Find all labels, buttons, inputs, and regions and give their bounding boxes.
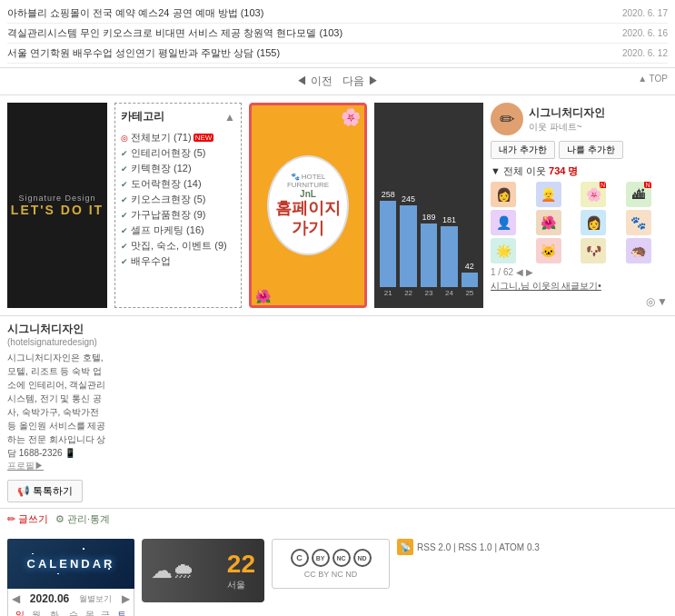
orange-banner[interactable]: 🌸 🐾 HOTEL FURNITURE JnL 홈페이지가기 🌺 bbox=[249, 103, 367, 308]
avatar-badge-3: N bbox=[644, 182, 650, 188]
weather-city: 서울 bbox=[227, 579, 255, 591]
category-item-3[interactable]: 도어락현장 (14) bbox=[121, 176, 235, 192]
widgets-row: CALENDAR ◀ 2020.06 월별보기 ▶ 일 월 화 수 bbox=[0, 533, 675, 616]
avatar-cell-7: 🐾 bbox=[626, 210, 651, 235]
article-date-0: 2020. 6. 17 bbox=[622, 8, 668, 18]
category-label-4: 키오스크현장 (5) bbox=[131, 193, 206, 206]
avatar-img-11: 🦔 bbox=[626, 238, 651, 263]
calendar-body: ◀ 2020.06 월별보기 ▶ 일 월 화 수 목 금 토 bbox=[7, 589, 134, 616]
write-stats-row: ✏ 글쓰기 ⚙ 관리·통계 bbox=[0, 509, 675, 533]
add-me-button[interactable]: 나를 추가한 bbox=[559, 141, 623, 159]
rss-links[interactable]: RSS 2.0 | RSS 1.0 | ATOM 0.3 bbox=[417, 542, 540, 552]
next-button[interactable]: 다음 ▶ bbox=[342, 75, 378, 87]
avatar-img-8: 🌟 bbox=[491, 238, 516, 263]
avatar-img-5: 🌺 bbox=[536, 210, 561, 235]
avatar-img-10: 🐶 bbox=[581, 238, 606, 263]
bar-label-0: 21 bbox=[384, 289, 392, 297]
bar-fill-2 bbox=[421, 224, 437, 287]
banner-hotel: 🐾 HOTEL FURNITURE bbox=[273, 173, 343, 189]
article-link-1[interactable]: 격실관리시스템 무인 키오스크로 비대면 서비스 제공 창원역 현다모델 (10… bbox=[7, 26, 615, 40]
desc-text: 시그니처디자인은 호텔, 모텔, 리조트 등 숙박 업소에 인테리어, 객실관리… bbox=[7, 351, 107, 460]
nav-prev-icon[interactable]: ◀ bbox=[516, 267, 523, 277]
avatar-cell-5: 🌺 bbox=[536, 210, 561, 235]
prev-button[interactable]: ◀ 이전 bbox=[296, 75, 332, 87]
manage-button[interactable]: ⚙ 관리·통계 bbox=[55, 512, 110, 526]
cc-widget: C BY NC ND CC BY NC ND bbox=[272, 539, 390, 589]
cal-view-button[interactable]: 월별보기 bbox=[79, 593, 112, 605]
avatar-cell-11: 🦔 bbox=[626, 238, 651, 263]
main-content: Signature Design LET'S DO IT 카테고리 ▲ 전체보기… bbox=[0, 95, 675, 316]
bars-container: 258 21 245 22 189 23 181 24 bbox=[380, 206, 478, 297]
promo-link[interactable]: 프로필▶ bbox=[7, 460, 107, 472]
profile-sub: 이웃 파네트~ bbox=[529, 121, 605, 134]
avatar-cell-8: 🌟 bbox=[491, 238, 516, 263]
nav-next-icon[interactable]: ▶ bbox=[526, 267, 533, 277]
follow-row: 내가 추가한 나를 추가한 bbox=[491, 141, 668, 159]
bar-fill-0 bbox=[380, 201, 396, 287]
avatar-img-4: 👤 bbox=[491, 210, 516, 235]
top-button[interactable]: ▲ TOP bbox=[638, 74, 668, 84]
cal-nav: ◀ 2020.06 월별보기 ▶ bbox=[12, 592, 130, 605]
neighbor-label: ▼ 전체 이웃 734 명 bbox=[491, 164, 668, 178]
avatar-cell-6: 👩 bbox=[581, 210, 606, 235]
desc-section: 시그니처디자인 (hotelsignaturedesign) 시그니처디자인은 … bbox=[0, 316, 675, 509]
neighbor-count: 734 명 bbox=[549, 165, 578, 176]
category-item-1[interactable]: 인테리어현장 (5) bbox=[121, 145, 235, 161]
cal-next-button[interactable]: ▶ bbox=[122, 592, 130, 605]
category-item-7[interactable]: 맛집, 숙소, 이벤트 (9) bbox=[121, 238, 235, 253]
bar-item-1: 245 22 bbox=[400, 194, 416, 297]
cal-day-fri: 금 bbox=[97, 608, 114, 616]
cc-icons: C BY NC ND bbox=[291, 549, 372, 567]
add-neighbor-button[interactable]: 내가 추가한 bbox=[491, 141, 555, 159]
bar-label-1: 22 bbox=[404, 289, 412, 297]
tteok-button[interactable]: 📢 톡톡하기 bbox=[7, 480, 83, 502]
article-link-0[interactable]: 아하블리 쇼핑몰이 전국 예약 예스24 공연 예매 방법 (103) bbox=[7, 6, 615, 20]
avatar-cell-3: 🏙 N bbox=[626, 182, 651, 207]
cal-day-mon: 월 bbox=[28, 608, 45, 616]
profile-info: 시그니처디자인 이웃 파네트~ bbox=[529, 105, 605, 134]
articles-section: 아하블리 쇼핑몰이 전국 예약 예스24 공연 예매 방법 (103) 2020… bbox=[0, 0, 675, 68]
bar-item-3: 181 24 bbox=[441, 215, 457, 297]
cc-icon-nc: NC bbox=[333, 549, 351, 567]
new-badge: NEW bbox=[194, 134, 214, 142]
up-arrow[interactable]: ◎ bbox=[646, 295, 655, 308]
category-label-8: 배우수업 bbox=[131, 254, 171, 268]
article-link-2[interactable]: 서울 연기학원 배우수업 성인연기 평일반과 주말반 상담 (155) bbox=[7, 46, 615, 60]
category-item-8[interactable]: 배우수업 bbox=[121, 253, 235, 269]
cal-prev-button[interactable]: ◀ bbox=[12, 592, 20, 605]
avatar-img-6: 👩 bbox=[581, 210, 606, 235]
category-item-5[interactable]: 가구납품현장 (9) bbox=[121, 207, 235, 223]
category-item-2[interactable]: 키텍현장 (12) bbox=[121, 161, 235, 176]
calendar-widget: CALENDAR ◀ 2020.06 월별보기 ▶ 일 월 화 수 bbox=[7, 539, 134, 616]
article-row: 서울 연기학원 배우수업 성인연기 평일반과 주말반 상담 (155) 2020… bbox=[7, 44, 668, 64]
updown-arrows: ◎ ▼ bbox=[491, 295, 668, 308]
avatar-img-9: 🐱 bbox=[536, 238, 561, 263]
cal-day-sun: 일 bbox=[12, 608, 28, 616]
desc-name: 시그니처디자인 bbox=[7, 322, 107, 337]
category-title: 카테고리 bbox=[121, 109, 164, 124]
category-item-all[interactable]: 전체보기 (71) NEW bbox=[121, 130, 235, 145]
category-close-icon[interactable]: ▲ bbox=[224, 111, 235, 124]
weather-temp: 22 bbox=[227, 550, 255, 579]
cal-day-tue: 화 bbox=[45, 608, 65, 616]
category-label-0: 전체보기 (71) bbox=[131, 131, 192, 144]
profile-section: ✏ 시그니처디자인 이웃 파네트~ 내가 추가한 나를 추가한 ▼ 전체 이웃 … bbox=[491, 103, 668, 308]
category-label-3: 도어락현장 (14) bbox=[131, 177, 202, 191]
sig-sub: Signature Design bbox=[18, 194, 95, 203]
category-item-4[interactable]: 키오스크현장 (5) bbox=[121, 192, 235, 207]
flower-bottom-icon: 🌺 bbox=[255, 289, 271, 303]
banner-homepage: 홈페이지가기 bbox=[275, 199, 341, 238]
profile-name: 시그니처디자인 bbox=[529, 105, 605, 121]
avatar-grid: 👩 👱 🌸 N 🏙 N 👤 🌺 bbox=[491, 182, 668, 263]
article-date-2: 2020. 6. 12 bbox=[622, 48, 668, 58]
weather-icon-area: ☁🌧 bbox=[151, 558, 194, 583]
new-comment[interactable]: 시그니,님 이웃의 새글보기• bbox=[491, 280, 668, 293]
write-button[interactable]: ✏ 글쓰기 bbox=[7, 512, 48, 526]
avatar-img-0: 👩 bbox=[491, 182, 516, 207]
bar-fill-1 bbox=[400, 205, 416, 287]
bar-value-1: 245 bbox=[402, 194, 415, 204]
down-arrow[interactable]: ▼ bbox=[657, 295, 668, 308]
article-row: 아하블리 쇼핑몰이 전국 예약 예스24 공연 예매 방법 (103) 2020… bbox=[7, 4, 668, 24]
desc-left: 시그니처디자인 (hotelsignaturedesign) 시그니처디자인은 … bbox=[7, 322, 107, 502]
category-item-6[interactable]: 셀프 마케팅 (16) bbox=[121, 223, 235, 238]
